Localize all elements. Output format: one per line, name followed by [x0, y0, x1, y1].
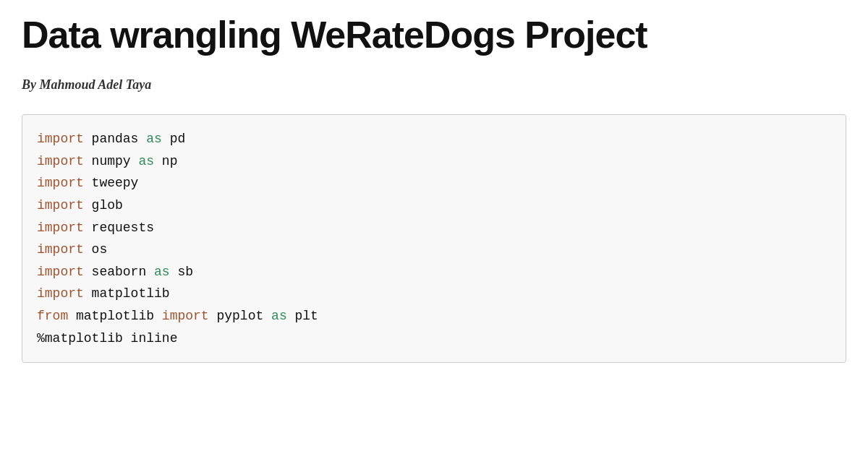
keyword-import: import: [37, 220, 84, 235]
code-text: seaborn: [84, 265, 154, 279]
author-label: By Mahmoud Adel Taya: [22, 77, 846, 93]
code-text: matplotlib: [68, 309, 162, 323]
code-line: import pandas as pd: [37, 128, 831, 150]
code-text: pandas: [84, 132, 146, 146]
code-line: import os: [37, 239, 831, 261]
code-text: glob: [84, 198, 123, 213]
code-line: %matplotlib inline: [37, 327, 831, 350]
code-text: plt: [287, 309, 318, 323]
code-line: import numpy as np: [37, 150, 831, 173]
page-title: Data wrangling WeRateDogs Project: [22, 14, 846, 56]
code-text: sb: [170, 265, 193, 279]
keyword-import: import: [37, 198, 84, 213]
code-line: import matplotlib: [37, 283, 831, 305]
keyword-from: from: [37, 309, 68, 323]
code-text: numpy: [84, 154, 139, 168]
code-line: import seaborn as sb: [37, 261, 831, 283]
keyword-import: import: [37, 242, 84, 257]
code-line: from matplotlib import pyplot as plt: [37, 305, 831, 327]
code-cell: import pandas as pdimport numpy as npimp…: [22, 114, 846, 363]
code-text: pd: [162, 132, 185, 146]
keyword-import: import: [37, 286, 84, 301]
code-text: matplotlib: [84, 286, 170, 301]
code-block: import pandas as pdimport numpy as npimp…: [37, 128, 831, 349]
keyword-import: import: [37, 132, 84, 146]
code-text: pyplot: [209, 309, 271, 323]
keyword-import: import: [37, 154, 84, 168]
code-text: os: [84, 242, 107, 257]
keyword-import: import: [37, 176, 84, 190]
keyword-as: as: [138, 154, 154, 168]
code-line: import requests: [37, 217, 831, 239]
code-text: np: [154, 154, 177, 168]
code-text: %matplotlib inline: [37, 331, 177, 346]
code-text: tweepy: [84, 176, 139, 190]
keyword-as: as: [271, 309, 287, 323]
keyword-as: as: [146, 132, 162, 146]
code-line: import glob: [37, 194, 831, 217]
keyword-import: import: [37, 265, 84, 279]
code-text: requests: [84, 220, 154, 235]
keyword-import: import: [162, 309, 209, 323]
keyword-as: as: [154, 265, 170, 279]
code-line: import tweepy: [37, 172, 831, 194]
